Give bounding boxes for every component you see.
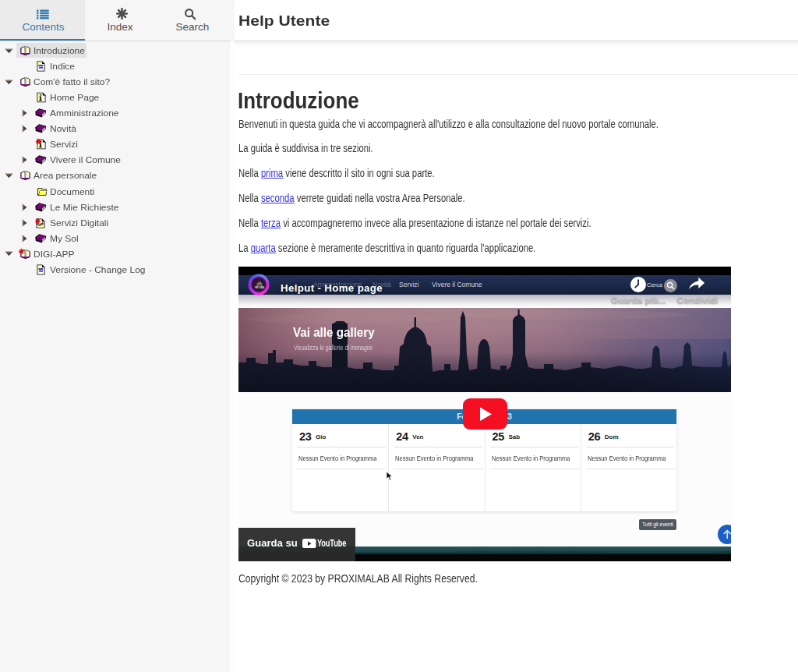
svg-text:PROXIMA: PROXIMA (255, 286, 264, 289)
